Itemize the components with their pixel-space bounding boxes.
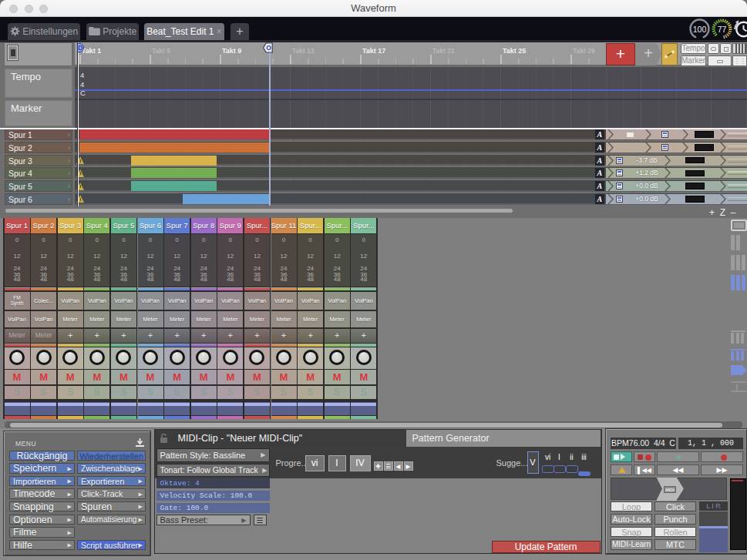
svg-text:O: O xyxy=(266,44,271,52)
svg-text:100: 100 xyxy=(693,24,707,33)
svg-text:77: 77 xyxy=(718,24,727,33)
